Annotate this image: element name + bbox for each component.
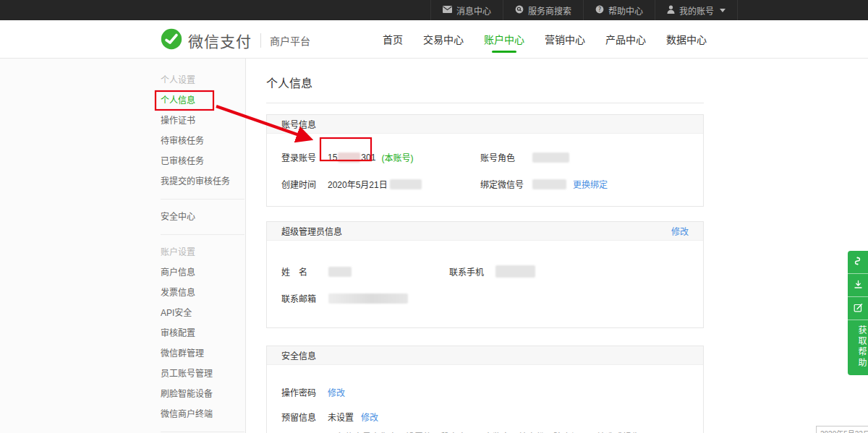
change-binding-link[interactable]: 更换绑定 xyxy=(573,178,608,190)
account-section-title: 账号信息 xyxy=(281,118,316,130)
brand-name: 微信支付 xyxy=(188,30,252,51)
topbar-item-label: 服务商搜索 xyxy=(528,4,571,17)
contact-service-button[interactable] xyxy=(848,251,868,274)
operation-password-edit-link[interactable]: 修改 xyxy=(328,386,345,398)
main-content: 个人信息 账号信息 登录账号 15301 (本账号) 账号角色 xyxy=(247,59,868,433)
page-title: 个人信息 xyxy=(266,74,704,103)
nav-item-data[interactable]: 数据中心 xyxy=(663,20,710,58)
sidebar-item-merchant-info[interactable]: 商户信息 xyxy=(161,262,245,283)
nav-item-transaction[interactable]: 交易中心 xyxy=(420,20,467,58)
created-time-value: 2020年5月21日 xyxy=(328,178,422,190)
bound-wechat-redacted xyxy=(532,179,566,189)
wechat-pay-logo-icon xyxy=(161,28,182,53)
account-role-label: 账号角色 xyxy=(480,151,532,163)
sidebar-item-api-security[interactable]: API安全 xyxy=(161,303,245,323)
admin-name-redacted xyxy=(328,267,352,277)
feedback-button[interactable] xyxy=(848,297,868,320)
bound-wechat-label: 绑定微信号 xyxy=(480,178,532,190)
current-account-tag: (本账号) xyxy=(381,151,413,163)
sidebar-item-pending-review-tasks[interactable]: 待审核任务 xyxy=(161,131,245,151)
login-account-suffix: 301 xyxy=(361,153,375,163)
sidebar-divider xyxy=(161,199,244,200)
sidebar-divider xyxy=(161,234,244,235)
sidebar-divider xyxy=(161,432,244,432)
sidebar-item-invoice-info[interactable]: 发票信息 xyxy=(161,283,245,303)
user-icon xyxy=(667,5,675,16)
topbar: 消息中心 服务商搜索 ? 帮助中心 我的账号 xyxy=(0,0,868,20)
admin-edit-link[interactable]: 修改 xyxy=(671,225,689,237)
sidebar-group-personal-settings: 个人设置 xyxy=(161,70,245,90)
svg-text:?: ? xyxy=(598,7,601,13)
reserved-info-edit-link[interactable]: 修改 xyxy=(361,411,378,423)
admin-section-title: 超级管理员信息 xyxy=(281,225,342,237)
reserved-info-label: 预留信息 xyxy=(281,411,328,423)
created-time-text: 2020年5月21日 xyxy=(328,178,388,190)
topbar-message-center[interactable]: 消息中心 xyxy=(430,0,503,20)
contact-email-label: 联系邮箱 xyxy=(281,292,328,304)
edit-icon xyxy=(854,302,863,315)
created-time-label: 创建时间 xyxy=(281,178,328,190)
sidebar-item-review-config[interactable]: 审核配置 xyxy=(161,323,245,343)
topbar-item-label: 帮助中心 xyxy=(608,4,643,17)
download-icon xyxy=(854,279,863,292)
hook-icon xyxy=(854,256,862,269)
operation-password-label: 操作密码 xyxy=(281,386,328,398)
header: 微信支付 商户平台 首页 交易中心 账户中心 营销中心 产品中心 数据中心 xyxy=(0,20,868,59)
help-widget: 获取帮助 xyxy=(848,251,868,375)
topbar-item-label: 消息中心 xyxy=(456,4,491,17)
admin-name-label: 姓 名 xyxy=(281,265,328,278)
security-section-title: 安全信息 xyxy=(281,349,316,361)
login-account-value: 15301 (本账号) xyxy=(328,151,413,163)
account-info-section: 账号信息 登录账号 15301 (本账号) 账号角色 xyxy=(266,114,704,207)
sidebar-item-face-smart-device[interactable]: 刷脸智能设备 xyxy=(161,384,245,404)
sidebar: 个人设置 个人信息 操作证书 待审核任务 已审核任务 我提交的审核任务 安全中心… xyxy=(0,59,246,433)
sidebar-item-my-submitted-review-tasks[interactable]: 我提交的审核任务 xyxy=(161,171,245,192)
sidebar-item-personal-info[interactable]: 个人信息 xyxy=(161,90,245,111)
super-admin-section: 超级管理员信息 修改 姓 名 联系手机 联系邮箱 xyxy=(266,221,704,328)
question-icon: ? xyxy=(595,5,604,16)
nav-item-account[interactable]: 账户中心 xyxy=(481,20,527,58)
sidebar-item-wechat-merchant-terminal[interactable]: 微信商户终端 xyxy=(161,404,245,424)
login-account-redacted xyxy=(338,153,360,163)
topbar-my-account[interactable]: 我的账号 xyxy=(655,0,738,20)
envelope-icon xyxy=(443,5,452,15)
contact-email-redacted xyxy=(328,293,408,304)
sidebar-item-operation-cert[interactable]: 操作证书 xyxy=(161,111,245,131)
brand-portal-label: 商户平台 xyxy=(270,33,310,48)
topbar-item-label: 我的账号 xyxy=(679,4,714,17)
topbar-help-center[interactable]: ? 帮助中心 xyxy=(583,0,655,20)
brand[interactable]: 微信支付 商户平台 xyxy=(161,28,310,53)
account-role-redacted xyxy=(532,153,569,163)
login-account-label: 登录账号 xyxy=(281,151,328,163)
sidebar-group-account-settings: 账户设置 xyxy=(161,242,245,262)
sidebar-item-security-center[interactable]: 安全中心 xyxy=(161,207,245,227)
contact-phone-label: 联系手机 xyxy=(449,265,495,278)
sidebar-item-reviewed-tasks[interactable]: 已审核任务 xyxy=(161,151,245,171)
login-account-prefix: 15 xyxy=(328,153,337,163)
download-button[interactable] xyxy=(848,274,868,297)
nav-item-home[interactable]: 首页 xyxy=(380,20,406,58)
sidebar-item-wechat-group-mgmt[interactable]: 微信群管理 xyxy=(161,343,245,364)
reserved-info-value: 未设置 xyxy=(328,411,354,423)
contact-phone-redacted xyxy=(495,265,535,278)
search-icon xyxy=(515,5,524,16)
main-nav: 首页 交易中心 账户中心 营销中心 产品中心 数据中心 xyxy=(380,20,710,58)
date-tooltip: 2020年5月22日 xyxy=(816,426,868,433)
caret-down-icon xyxy=(720,9,726,12)
nav-item-product[interactable]: 产品中心 xyxy=(603,20,649,58)
created-time-redacted xyxy=(390,179,422,189)
topbar-sp-search[interactable]: 服务商搜索 xyxy=(503,0,583,20)
sidebar-item-staff-account-mgmt[interactable]: 员工账号管理 xyxy=(161,364,245,384)
brand-divider xyxy=(260,33,261,48)
get-help-button[interactable]: 获取帮助 xyxy=(848,320,868,375)
nav-item-marketing[interactable]: 营销中心 xyxy=(542,20,588,58)
security-info-section: 安全信息 操作密码 修改 预留信息 未设置 修改 预留信息是由你自己设置的一段文… xyxy=(266,346,704,433)
